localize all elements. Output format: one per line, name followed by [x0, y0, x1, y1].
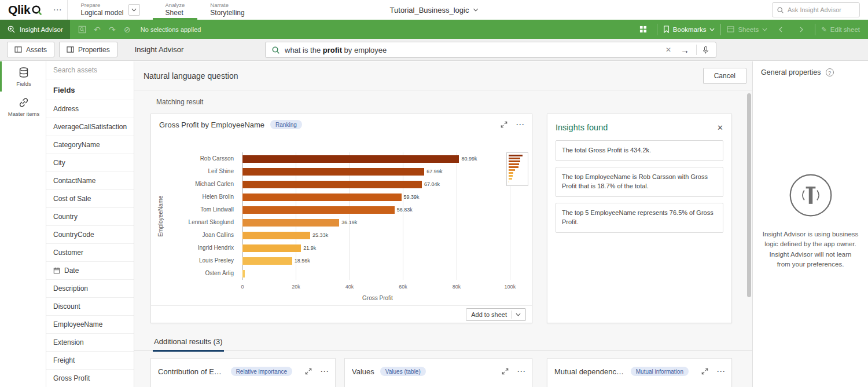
field-label: Customer	[53, 249, 83, 257]
properties-button[interactable]: Properties	[59, 42, 117, 57]
query-text-input[interactable]: what is the profit by employee	[285, 46, 659, 54]
sheets-button[interactable]: Sheets	[727, 26, 767, 33]
panel-right-icon	[67, 46, 74, 53]
step-back-icon[interactable]: ↶	[90, 20, 105, 39]
help-icon[interactable]: ?	[826, 68, 834, 76]
app-title-dropdown[interactable]: Tutorial_Business_logic	[390, 0, 479, 20]
sub-header: Assets Properties Insight Advisor what i…	[0, 39, 868, 61]
expand-icon[interactable]	[700, 367, 709, 376]
tab-label: Storytelling	[210, 9, 244, 17]
field-item-averagecallsatisfaction[interactable]: AverageCallSatisfaction	[46, 118, 134, 136]
ask-insight-advisor-input[interactable]	[788, 6, 855, 13]
more-menu-icon[interactable]: ⋯	[516, 365, 527, 378]
main-content: Natural language question Cancel Matchin…	[134, 61, 752, 387]
bar-rob-carsson[interactable]	[242, 155, 459, 163]
field-item-country[interactable]: Country	[46, 207, 134, 225]
field-item-city[interactable]: City	[46, 154, 134, 171]
divider	[511, 311, 512, 319]
field-item-address[interactable]: Address	[46, 100, 134, 118]
rail-item-fields[interactable]: Fields	[0, 61, 46, 92]
tab-prepare[interactable]: Prepare Logical model	[68, 0, 152, 20]
clear-query-icon[interactable]: ✕	[663, 46, 674, 54]
field-item-customer[interactable]: Customer	[46, 243, 134, 261]
more-menu-icon[interactable]: ⋯	[715, 365, 727, 378]
general-properties-title: General properties	[761, 68, 821, 76]
field-item-date[interactable]: Date	[46, 261, 134, 279]
search-assets-input[interactable]	[53, 66, 127, 74]
field-item-contactname[interactable]: ContactName	[46, 171, 134, 189]
field-item-extension[interactable]: Extension	[46, 333, 134, 351]
field-item-employeename[interactable]: EmployeeName	[46, 315, 134, 333]
card-badge: Mutual information	[631, 367, 689, 376]
navigator-mini-bar	[509, 172, 513, 174]
field-item-discount[interactable]: Discount	[46, 297, 134, 315]
matching-result-label: Matching result	[156, 98, 203, 106]
x-tick-label: 0	[241, 284, 244, 290]
x-tick-label: 40k	[345, 284, 354, 290]
search-assets-box[interactable]	[46, 61, 134, 79]
bookmarks-button[interactable]: Bookmarks	[663, 25, 715, 33]
field-item-categoryname[interactable]: CategoryName	[46, 136, 134, 154]
insight-advisor-logo	[788, 173, 833, 220]
selections-status: No selections applied	[141, 26, 201, 33]
x-tick-label: 60k	[399, 284, 407, 290]
divider	[720, 24, 721, 35]
field-item-cost-of-sale[interactable]: Cost of Sale	[46, 189, 134, 207]
field-item-description[interactable]: Description	[46, 279, 134, 297]
add-to-sheet-button[interactable]: Add to sheet	[466, 308, 526, 321]
expand-icon[interactable]	[499, 120, 509, 129]
tab-additional-results[interactable]: Additional results (3)	[153, 337, 224, 352]
expand-icon[interactable]	[501, 367, 510, 376]
bar-helen-brolin[interactable]	[242, 194, 402, 201]
bar-leif-shine[interactable]	[242, 168, 424, 176]
bar-lennart-skoglund[interactable]	[242, 219, 339, 227]
chart-navigator[interactable]	[506, 152, 528, 186]
submit-query-icon[interactable]: →	[678, 45, 692, 55]
bar-louis-presley[interactable]	[242, 257, 292, 265]
chart-xaxis: 020k40k60k80k100k	[242, 284, 513, 291]
cancel-button[interactable]: Cancel	[703, 68, 746, 84]
search-icon	[271, 46, 280, 54]
bar-joan-callins[interactable]	[242, 232, 310, 239]
fields-section-title: Fields	[46, 79, 134, 100]
bar--sten-rlig[interactable]	[242, 270, 245, 278]
ask-insight-advisor-search[interactable]	[772, 2, 860, 17]
insights-list: The total Gross Profit is 434.2k.The top…	[547, 138, 731, 233]
top-bar: Qlik ⋯ Prepare Logical model Analyze She…	[0, 0, 868, 20]
rail-item-master-items[interactable]: Master items	[0, 92, 46, 122]
insight-advisor-button[interactable]: Insight Advisor	[0, 20, 70, 39]
tab-analyze[interactable]: Analyze Sheet	[153, 0, 198, 20]
edit-sheet-button[interactable]: ✎ Edit sheet	[821, 25, 860, 34]
bar-row: 18.56k	[242, 254, 513, 267]
bookmark-icon	[663, 25, 670, 33]
more-menu-icon[interactable]: ⋯	[319, 365, 330, 378]
bar-tom-lindwall[interactable]	[242, 206, 395, 214]
app-title: Tutorial_Business_logic	[390, 6, 469, 14]
qlik-logo[interactable]: Qlik	[0, 0, 47, 20]
clear-selections-icon[interactable]: ⊘	[120, 20, 135, 39]
chevron-down-icon	[473, 8, 478, 12]
field-item-freight[interactable]: Freight	[46, 351, 134, 369]
expand-icon[interactable]	[304, 367, 313, 376]
more-menu-icon[interactable]: ⋯	[47, 0, 67, 20]
card-title: Values	[352, 367, 374, 376]
tab-narrate[interactable]: Narrate Storytelling	[197, 0, 257, 20]
field-item-gross-profit[interactable]: Gross Profit	[46, 369, 134, 387]
assets-button[interactable]: Assets	[7, 42, 54, 57]
field-item-countrycode[interactable]: CountryCode	[46, 225, 134, 243]
logical-model-dropdown-button[interactable]	[128, 4, 140, 16]
more-menu-icon[interactable]: ⋯	[514, 118, 526, 131]
previous-sheet-icon[interactable]	[773, 20, 788, 39]
edit-sheet-label: Edit sheet	[830, 26, 860, 33]
scrollbar-thumb[interactable]	[747, 93, 751, 297]
close-icon[interactable]: ✕	[717, 123, 723, 132]
app-grid-icon[interactable]	[636, 20, 651, 39]
next-sheet-icon[interactable]	[794, 20, 809, 39]
navigator-mini-bar	[509, 160, 520, 162]
bar-michael-carlen[interactable]	[242, 181, 422, 188]
microphone-icon[interactable]	[701, 46, 710, 54]
tab-section-label: Narrate	[210, 2, 244, 9]
bar-ingrid-hendrix[interactable]	[242, 244, 301, 252]
search-selections-icon[interactable]	[75, 20, 90, 39]
step-forward-icon[interactable]: ↷	[105, 20, 120, 39]
